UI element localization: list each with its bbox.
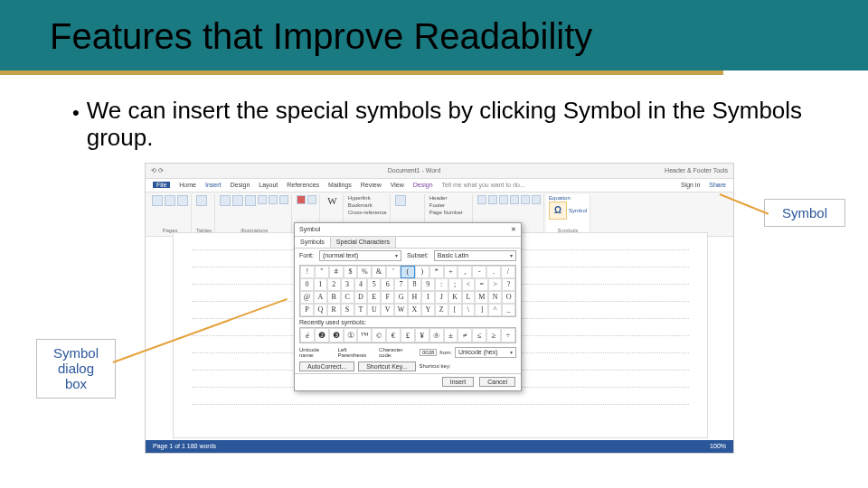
tab-review[interactable]: Review — [361, 182, 382, 188]
symbol-cell[interactable]: X — [408, 304, 421, 316]
symbol-cell[interactable]: * — [429, 266, 444, 278]
symbol-button-label[interactable]: Symbol — [569, 208, 587, 213]
symbol-cell[interactable]: @ — [300, 291, 314, 304]
online-pictures-icon[interactable] — [232, 195, 243, 206]
symbol-cell[interactable]: Q — [314, 304, 327, 316]
chart-icon[interactable] — [269, 195, 278, 204]
symbol-cell[interactable]: ( — [401, 266, 415, 278]
tab-special-characters[interactable]: Special Characters — [331, 237, 396, 248]
symbol-cell[interactable]: V — [381, 304, 394, 316]
status-zoom[interactable]: 100% — [710, 443, 726, 449]
recent-symbol-cell[interactable]: ¥ — [415, 328, 429, 343]
recent-symbol-cell[interactable]: £ — [401, 328, 415, 343]
symbol-cell[interactable]: : — [435, 278, 448, 291]
symbol-cell[interactable]: - — [472, 266, 486, 278]
symbol-cell[interactable]: , — [458, 266, 472, 278]
symbol-cell[interactable]: E — [367, 291, 381, 304]
comment-icon[interactable] — [395, 195, 406, 206]
symbol-cell[interactable]: T — [354, 304, 368, 316]
symbol-cell[interactable]: ; — [448, 278, 462, 291]
quick-parts-icon[interactable] — [488, 195, 497, 204]
close-icon[interactable]: ✕ — [511, 226, 516, 233]
signin-link[interactable]: Sign in — [681, 182, 700, 188]
symbol-cell[interactable]: 3 — [341, 278, 354, 291]
symbol-cell[interactable]: D — [354, 291, 368, 304]
char-code-value[interactable]: 0028 — [420, 349, 437, 356]
symbol-cell[interactable]: / — [501, 266, 515, 278]
symbol-cell[interactable]: 7 — [394, 278, 408, 291]
my-addins-icon[interactable] — [307, 195, 316, 204]
page-break-icon[interactable] — [177, 195, 188, 206]
symbol-cell[interactable]: $ — [344, 266, 358, 278]
symbol-cell[interactable]: O — [502, 291, 515, 304]
cover-page-icon[interactable] — [152, 195, 163, 206]
symbol-cell[interactable]: 2 — [327, 278, 341, 291]
symbol-cell[interactable]: L — [462, 291, 476, 304]
symbol-cell[interactable]: + — [444, 266, 458, 278]
symbol-cell[interactable]: [ — [448, 304, 462, 316]
smartart-icon[interactable] — [258, 195, 267, 204]
symbol-cell[interactable]: M — [475, 291, 488, 304]
screenshot-icon[interactable] — [279, 195, 288, 204]
symbol-cell[interactable]: > — [488, 278, 502, 291]
cross-reference-button[interactable]: Cross-reference — [348, 210, 387, 215]
subset-select[interactable]: Basic Latin ▾ — [434, 250, 516, 261]
recent-symbol-cell[interactable]: ™ — [357, 328, 372, 343]
symbol-cell[interactable]: < — [462, 278, 476, 291]
symbol-cell[interactable]: 8 — [408, 278, 421, 291]
symbol-cell[interactable]: N — [488, 291, 502, 304]
symbol-cell[interactable]: ! — [300, 266, 315, 278]
symbol-cell[interactable]: ^ — [488, 304, 502, 316]
tab-design[interactable]: Design — [230, 182, 250, 188]
symbol-cell[interactable]: ) — [415, 266, 429, 278]
symbol-cell[interactable]: \ — [462, 304, 476, 316]
symbol-cell[interactable]: G — [394, 291, 408, 304]
tab-references[interactable]: References — [287, 182, 319, 188]
symbol-cell[interactable]: 0 — [300, 278, 314, 291]
symbol-cell[interactable]: P — [300, 304, 314, 316]
tab-symbols-panel[interactable]: Symbols — [295, 237, 331, 248]
footer-button[interactable]: Footer — [429, 202, 469, 208]
symbol-cell[interactable]: Y — [421, 304, 435, 316]
symbol-cell[interactable]: F — [381, 291, 394, 304]
symbol-cell[interactable]: 4 — [354, 278, 368, 291]
symbol-cell[interactable]: C — [341, 291, 354, 304]
recent-symbol-cell[interactable]: ± — [444, 328, 458, 343]
recent-symbol-cell[interactable]: © — [372, 328, 386, 343]
recent-symbol-cell[interactable]: é — [300, 328, 315, 343]
blank-page-icon[interactable] — [165, 195, 175, 206]
symbol-cell[interactable]: R — [327, 304, 341, 316]
symbol-cell[interactable]: I — [421, 291, 435, 304]
shapes-icon[interactable] — [245, 195, 256, 206]
recent-symbol-cell[interactable]: ® — [429, 328, 444, 343]
shortcut-key-button[interactable]: Shortcut Key... — [358, 361, 415, 371]
recent-symbol-cell[interactable]: ① — [344, 328, 358, 343]
autocorrect-button[interactable]: AutoCorrect... — [299, 361, 354, 371]
symbol-cell[interactable]: = — [475, 278, 488, 291]
recent-symbol-cell[interactable]: ≥ — [486, 328, 501, 343]
symbol-cell[interactable]: S — [341, 304, 354, 316]
symbol-cell[interactable]: B — [327, 291, 341, 304]
insert-button[interactable]: Insert — [442, 377, 475, 387]
symbol-cell[interactable]: % — [357, 266, 372, 278]
recent-symbol-cell[interactable]: ❸ — [329, 328, 344, 343]
tab-mailings[interactable]: Mailings — [328, 182, 352, 188]
symbol-cell[interactable]: Z — [435, 304, 448, 316]
hyperlink-button[interactable]: Hyperlink — [348, 195, 387, 201]
header-button[interactable]: Header — [429, 195, 469, 201]
tab-view[interactable]: View — [391, 182, 404, 188]
symbol-cell[interactable]: J — [435, 291, 448, 304]
tell-me-search[interactable]: Tell me what you want to do... — [442, 182, 672, 188]
symbol-cell[interactable]: H — [408, 291, 421, 304]
symbol-cell[interactable]: & — [372, 266, 386, 278]
table-icon[interactable] — [196, 195, 207, 206]
symbol-button[interactable]: Ω — [549, 202, 567, 220]
pictures-icon[interactable] — [220, 195, 231, 206]
symbol-cell[interactable]: W — [394, 304, 408, 316]
cancel-button[interactable]: Cancel — [479, 377, 515, 387]
symbol-cell[interactable]: A — [314, 291, 327, 304]
from-select[interactable]: Unicode (hex) ▾ — [455, 347, 516, 358]
symbol-cell[interactable]: ' — [386, 266, 401, 278]
wikipedia-icon[interactable]: W — [325, 195, 339, 206]
tab-layout[interactable]: Layout — [259, 182, 278, 188]
